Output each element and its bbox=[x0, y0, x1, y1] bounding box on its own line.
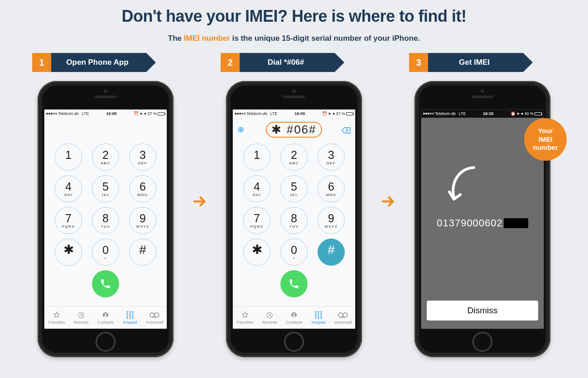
svg-point-16 bbox=[154, 313, 159, 317]
phone-tabbar-2: FavoritesRecentsContactsKeypadVoicemail bbox=[233, 306, 355, 329]
keypad-key-3[interactable]: 3DEF bbox=[318, 144, 345, 171]
tab-contacts[interactable]: Contacts bbox=[282, 306, 306, 329]
contacts-icon bbox=[290, 311, 298, 320]
dnd-icon: ● bbox=[521, 111, 523, 116]
step-3-title: Get IMEI bbox=[428, 53, 523, 72]
keypad-key-6[interactable]: 6MNO bbox=[318, 175, 345, 202]
keypad-key-1[interactable]: 1 bbox=[55, 144, 82, 171]
recents-icon bbox=[77, 311, 85, 320]
tab-voicemail[interactable]: Voicemail bbox=[331, 306, 355, 329]
svg-point-10 bbox=[129, 315, 130, 316]
dial-display-empty bbox=[44, 118, 167, 141]
clock-label: 16:09 bbox=[277, 111, 322, 116]
batt-pct: 40 % bbox=[524, 111, 534, 116]
keypad-key-1[interactable]: 1 bbox=[243, 144, 270, 171]
keypad-icon bbox=[314, 311, 323, 320]
status-bar-3: Telekom.de LTE 16:15 ⏰ ➤ ● 40 % bbox=[421, 110, 544, 118]
screen-2: Telekom.de LTE 16:09 ⏰ ➤ ● 37 % ⊕ ✱ #06# bbox=[232, 109, 356, 329]
step-1-header: 1 Open Phone App bbox=[25, 53, 186, 72]
keypad-key-0[interactable]: 0+ bbox=[92, 239, 119, 266]
keypad-key-9[interactable]: 9WXYZ bbox=[129, 207, 156, 234]
battery-icon bbox=[346, 112, 353, 115]
dismiss-button[interactable]: Dismiss bbox=[427, 301, 538, 321]
keypad-key-#[interactable]: # bbox=[318, 239, 345, 266]
svg-point-6 bbox=[126, 313, 128, 315]
tab-favorites[interactable]: Favorites bbox=[44, 306, 69, 329]
favorites-icon bbox=[241, 311, 249, 320]
signal-dots-icon bbox=[46, 113, 57, 115]
carrier-label: Telekom.de bbox=[246, 111, 267, 116]
keypad-key-5[interactable]: 5JKL bbox=[280, 175, 308, 202]
arrow-1 bbox=[186, 53, 213, 210]
add-contact-icon[interactable]: ⊕ bbox=[237, 124, 244, 134]
keypad-key-✱[interactable]: ✱ bbox=[243, 239, 270, 266]
keypad-key-4[interactable]: 4GHI bbox=[243, 175, 270, 202]
tab-voicemail[interactable]: Voicemail bbox=[142, 306, 167, 329]
tab-keypad[interactable]: Keypad bbox=[118, 306, 142, 329]
svg-point-27 bbox=[315, 315, 316, 316]
step-2-header: 2 Dial *#06# bbox=[213, 53, 375, 72]
keypad-key-6[interactable]: 6MNO bbox=[129, 175, 156, 202]
tab-keypad[interactable]: Keypad bbox=[306, 306, 331, 329]
tab-favorites[interactable]: Favorites bbox=[233, 306, 257, 329]
svg-point-4 bbox=[129, 311, 130, 312]
alarm-icon: ⏰ bbox=[134, 111, 139, 116]
status-bar-1: Telekom.de LTE 16:08 ⏰ ➤ ● 37 % bbox=[44, 110, 167, 118]
sub-pre: The bbox=[168, 34, 184, 43]
keypad-key-9[interactable]: 9WXYZ bbox=[318, 207, 345, 234]
sub-post: is the unique 15-digit serial number of … bbox=[230, 34, 420, 43]
arrow-right-icon bbox=[192, 193, 208, 210]
svg-point-30 bbox=[315, 317, 316, 319]
keypad-key-7[interactable]: 7PQRS bbox=[243, 207, 270, 234]
tab-contacts[interactable]: Contacts bbox=[93, 306, 118, 329]
contacts-icon bbox=[101, 311, 110, 320]
keypad-key-#[interactable]: # bbox=[129, 239, 156, 266]
svg-point-33 bbox=[338, 313, 343, 317]
step-1-number: 1 bbox=[32, 53, 51, 72]
imei-number-display: 01379000602 bbox=[437, 217, 528, 229]
tab-recents[interactable]: Recents bbox=[257, 306, 282, 329]
svg-point-9 bbox=[126, 315, 128, 316]
keypad-key-5[interactable]: 5JKL bbox=[92, 175, 119, 202]
voicemail-icon bbox=[149, 311, 159, 320]
keypad-key-8[interactable]: 8TUV bbox=[92, 207, 119, 234]
status-bar-2: Telekom.de LTE 16:09 ⏰ ➤ ● 37 % bbox=[233, 110, 355, 118]
svg-point-8 bbox=[132, 313, 133, 315]
step-1: 1 Open Phone App Telekom.de LTE 16:08 ⏰ … bbox=[25, 53, 186, 357]
backspace-icon[interactable] bbox=[342, 123, 351, 137]
network-label: LTE bbox=[459, 111, 466, 116]
keypad-key-3[interactable]: 3DEF bbox=[129, 144, 156, 171]
page-subheading: The IMEI number is the unique 15-digit s… bbox=[0, 34, 588, 43]
recents-icon bbox=[265, 311, 274, 320]
svg-point-28 bbox=[318, 315, 319, 316]
step-2: 2 Dial *#06# Telekom.de LTE 16:09 ⏰ ➤ ● bbox=[213, 53, 375, 357]
step-2-number: 2 bbox=[221, 53, 240, 72]
battery-icon bbox=[158, 112, 165, 115]
keypad-key-7[interactable]: 7PQRS bbox=[55, 207, 82, 234]
call-button[interactable] bbox=[92, 270, 119, 297]
step-3: 3 Get IMEI Telekom.de LTE 16:15 ⏰ ➤ ● bbox=[402, 53, 563, 357]
svg-point-21 bbox=[315, 311, 316, 312]
keypad-key-2[interactable]: 2ABC bbox=[280, 144, 308, 171]
svg-point-7 bbox=[129, 313, 130, 315]
arrow-right-icon bbox=[380, 193, 396, 210]
tab-recents[interactable]: Recents bbox=[69, 306, 93, 329]
keypad-key-4[interactable]: 4GHI bbox=[55, 175, 82, 202]
battery-icon bbox=[535, 112, 542, 115]
svg-point-32 bbox=[320, 317, 322, 319]
svg-point-2 bbox=[105, 313, 107, 316]
dnd-icon: ● bbox=[144, 111, 146, 116]
sub-highlight: IMEI number bbox=[184, 34, 230, 43]
dial-display-filled: ⊕ ✱ #06# bbox=[233, 118, 355, 141]
svg-point-13 bbox=[129, 317, 130, 319]
keypad-key-2[interactable]: 2ABC bbox=[92, 144, 119, 171]
keypad-key-8[interactable]: 8TUV bbox=[280, 207, 308, 234]
location-icon: ➤ bbox=[328, 111, 332, 116]
keypad-key-0[interactable]: 0+ bbox=[280, 239, 308, 266]
batt-pct: 37 % bbox=[147, 111, 157, 116]
svg-point-31 bbox=[318, 317, 319, 319]
svg-point-22 bbox=[318, 311, 319, 312]
svg-point-3 bbox=[126, 311, 128, 312]
keypad-key-✱[interactable]: ✱ bbox=[55, 239, 82, 266]
call-button[interactable] bbox=[280, 270, 308, 297]
